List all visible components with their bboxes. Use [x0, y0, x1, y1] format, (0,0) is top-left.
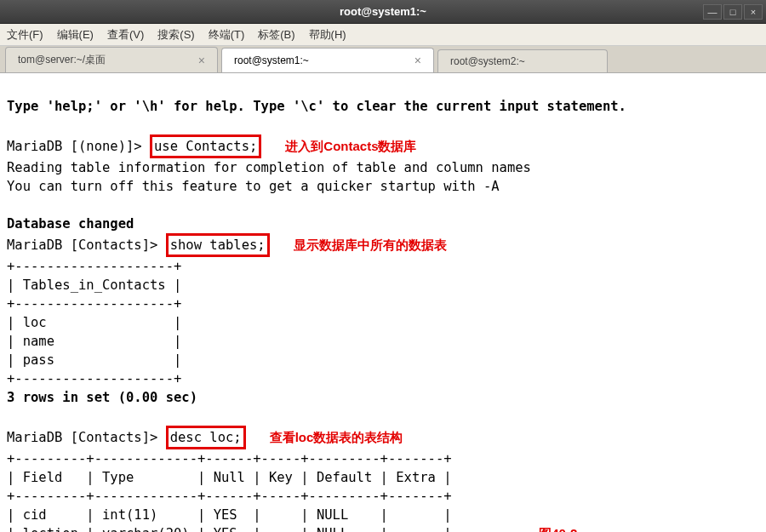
figure-label: 图40-2	[539, 526, 577, 532]
db-changed: Database changed	[7, 216, 134, 232]
cmd-desc-loc: desc loc;	[166, 426, 246, 449]
annotation-3: 查看loc数据表的表结构	[270, 430, 403, 444]
tab-label: tom@server:~/桌面	[18, 53, 106, 67]
annotation-1: 进入到Contacts数据库	[285, 139, 416, 153]
table-sep: +--------------------+	[7, 259, 181, 274]
table-row: | loction | varchar(20) | YES | | NULL |…	[7, 526, 452, 532]
help-line: Type 'help;' or '\h' for help. Type '\c'…	[7, 99, 626, 114]
output-line: Reading table information for completion…	[7, 160, 531, 175]
window-title: root@system1:~	[340, 5, 426, 18]
menu-help[interactable]: 帮助(H)	[309, 27, 346, 43]
tab-1[interactable]: tom@server:~/桌面 ×	[5, 47, 218, 72]
terminal-output[interactable]: Type 'help;' or '\h' for help. Type '\c'…	[0, 73, 766, 532]
tab-close-icon[interactable]: ×	[414, 54, 421, 67]
table-header: | Field | Type | Null | Key | Default | …	[7, 470, 452, 485]
tab-3[interactable]: root@system2:~	[437, 49, 608, 72]
prompt: MariaDB [(none)]>	[7, 139, 150, 154]
menu-view[interactable]: 查看(V)	[107, 27, 144, 43]
table-row: | cid | int(11) | YES | | NULL | |	[7, 507, 452, 523]
minimize-button[interactable]: —	[703, 4, 722, 20]
menubar: 文件(F) 编辑(E) 查看(V) 搜索(S) 终端(T) 标签(B) 帮助(H…	[0, 24, 766, 46]
close-button[interactable]: ×	[744, 4, 763, 20]
table-row: | name |	[7, 334, 181, 349]
table-row: | loc |	[7, 315, 181, 330]
annotation-2: 显示数据库中所有的数据表	[294, 237, 447, 252]
table-row: | pass |	[7, 352, 181, 368]
menu-edit[interactable]: 编辑(E)	[57, 27, 94, 43]
table-sep: +--------------------+	[7, 296, 181, 312]
tab-close-icon[interactable]: ×	[198, 54, 205, 67]
tab-bar: tom@server:~/桌面 × root@system1:~ × root@…	[0, 46, 766, 73]
output-line: You can turn off this feature to get a q…	[7, 179, 500, 194]
maximize-button[interactable]: □	[723, 4, 742, 20]
menu-tabs[interactable]: 标签(B)	[258, 27, 294, 43]
window-titlebar: root@system1:~ — □ ×	[0, 0, 766, 24]
menu-file[interactable]: 文件(F)	[7, 27, 43, 43]
prompt: MariaDB [Contacts]>	[7, 237, 166, 253]
table-header: | Tables_in_Contacts |	[7, 277, 181, 293]
rows-in-set: 3 rows in set (0.00 sec)	[7, 390, 197, 405]
cmd-show-tables: show tables;	[166, 233, 270, 257]
table-sep: +--------------------+	[7, 371, 181, 386]
menu-terminal[interactable]: 终端(T)	[209, 27, 245, 43]
menu-search[interactable]: 搜索(S)	[157, 27, 194, 43]
table-sep: +---------+-------------+------+-----+--…	[7, 451, 452, 466]
tab-label: root@system2:~	[450, 55, 525, 67]
tab-2[interactable]: root@system1:~ ×	[221, 48, 434, 72]
prompt: MariaDB [Contacts]>	[7, 430, 166, 445]
tab-label: root@system1:~	[234, 54, 309, 66]
cmd-use-contacts: use Contacts;	[150, 134, 261, 158]
window-controls: — □ ×	[703, 4, 763, 20]
table-sep: +---------+-------------+------+-----+--…	[7, 489, 452, 504]
